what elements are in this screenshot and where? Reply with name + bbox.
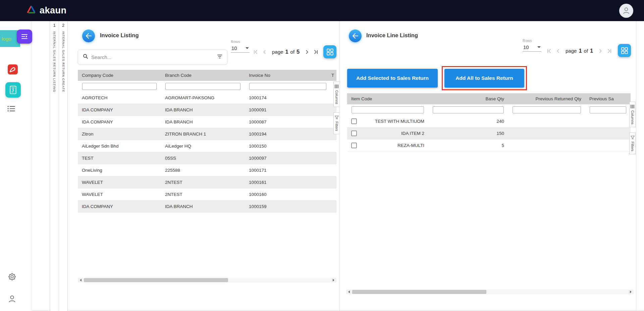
- rows-per-page-select[interactable]: 10: [523, 43, 541, 52]
- row-checkbox[interactable]: [351, 118, 357, 124]
- cell-branch-code: AGROMART-PAKSONG: [161, 95, 245, 100]
- row-checkbox[interactable]: [351, 131, 357, 136]
- user-avatar[interactable]: [619, 4, 633, 18]
- table-row[interactable]: OneLiving 225588 1000171: [78, 164, 336, 176]
- grid-view-button[interactable]: [323, 45, 336, 58]
- scroll-right-icon[interactable]: [331, 278, 336, 282]
- table-row[interactable]: Zitron ZITRON BRANCH 1 1000194: [78, 128, 336, 140]
- topbar: akaun: [0, 0, 644, 21]
- filters-rail-tab[interactable]: Filters: [629, 133, 636, 154]
- rows-label: Rows: [523, 39, 543, 43]
- last-page-icon[interactable]: [607, 49, 612, 53]
- brand: akaun: [26, 5, 67, 16]
- col-header-previous-returned-qty[interactable]: Previous Returned Qty: [508, 96, 585, 101]
- table-row[interactable]: WAVELET 2NTEST 1000160: [78, 189, 336, 201]
- filter-input-company-code[interactable]: [82, 83, 157, 90]
- filter-input-branch-code[interactable]: [165, 83, 240, 90]
- page-word: page: [566, 48, 577, 54]
- next-page-icon[interactable]: [598, 49, 603, 53]
- current-page: 1: [579, 48, 582, 54]
- rows-per-page-select[interactable]: 10: [231, 44, 250, 53]
- cell-branch-code: IDA BRANCH: [161, 119, 245, 124]
- tab-internal-sales-return-listing[interactable]: 1 INTERNAL SALES RETURN LISTING: [50, 21, 59, 311]
- filter-list-icon[interactable]: [217, 54, 222, 60]
- search-input[interactable]: [91, 54, 214, 60]
- filters-rail-tab[interactable]: Filters: [333, 112, 340, 134]
- filter-input-previous-sales[interactable]: [590, 106, 626, 113]
- funnel-icon: [631, 136, 635, 140]
- filter-input-item-code[interactable]: [352, 106, 424, 113]
- cell-invoice-no: 1000171: [245, 168, 331, 173]
- table-row[interactable]: IDA COMPANY IDA BRANCH 1000091: [78, 104, 336, 116]
- settings-button[interactable]: [7, 272, 17, 281]
- columns-rail-tab[interactable]: Columns: [629, 102, 636, 127]
- filter-input-previous-returned-qty[interactable]: [513, 106, 581, 113]
- cell-branch-code: 2NTEST: [161, 180, 245, 185]
- filters-rail-label: Filters: [631, 142, 635, 151]
- columns-icon: [631, 105, 634, 108]
- sidebar-item-sales-module[interactable]: $: [5, 82, 21, 98]
- scroll-left-icon[interactable]: [78, 278, 83, 282]
- col-header-invoice-no[interactable]: Invoice No: [245, 73, 331, 78]
- table-row[interactable]: WAVELET 2NTEST 1000161: [78, 176, 336, 189]
- add-selected-to-sales-return-button[interactable]: Add Selected to Sales Return: [347, 69, 438, 88]
- scrollbar-thumb[interactable]: [84, 278, 228, 282]
- search-bar: [78, 50, 227, 64]
- table-row[interactable]: TEST WITH MULTIUOM 240: [347, 115, 631, 127]
- table-row[interactable]: IDA ITEM 2 150: [347, 127, 631, 140]
- scrollbar-thumb[interactable]: [352, 290, 486, 294]
- col-header-company-code[interactable]: Company Code: [78, 73, 161, 78]
- table-row[interactable]: IDA COMPANY IDA BRANCH 1000087: [78, 116, 336, 128]
- col-header-base-qty[interactable]: Base Qty: [428, 96, 508, 101]
- filter-input-base-qty[interactable]: [433, 106, 504, 113]
- sidebar-item-red-app[interactable]: [7, 64, 18, 75]
- add-all-to-sales-return-button[interactable]: Add All to Sales Return: [444, 69, 524, 88]
- cell-invoice-no: 1000097: [245, 156, 331, 161]
- columns-rail-label: Columns: [335, 90, 339, 104]
- cell-base-qty: 240: [428, 119, 508, 124]
- cell-company-code: Zitron: [78, 132, 161, 137]
- list-icon: [7, 106, 15, 112]
- of-word: of: [584, 48, 588, 54]
- col-header-previous-sales-clipped[interactable]: Previous Sa: [585, 96, 631, 101]
- filter-input-invoice-no[interactable]: [249, 83, 326, 90]
- cell-company-code: AGROTECH: [78, 95, 161, 100]
- table-row[interactable]: AGROTECH AGROMART-PAKSONG 1000174: [78, 92, 336, 104]
- table-row[interactable]: REZA-MULTI 5: [347, 140, 631, 152]
- page-title: Invoice Line Listing: [366, 32, 418, 39]
- table-row[interactable]: AiLedger Sdn Bhd AiLedger HQ 1000150: [78, 140, 336, 152]
- columns-rail-tab[interactable]: Columns: [333, 82, 340, 107]
- back-button[interactable]: [349, 30, 362, 42]
- tab-number: 1: [53, 23, 55, 28]
- person-icon: [622, 6, 631, 15]
- arrow-left-icon: [86, 33, 92, 39]
- total-pages: 5: [297, 49, 300, 55]
- first-page-icon[interactable]: [547, 49, 551, 53]
- svg-text:$: $: [12, 88, 14, 92]
- previous-page-icon[interactable]: [556, 49, 560, 53]
- next-page-icon[interactable]: [305, 50, 309, 54]
- tab-label: INTERNAL SALES RETURN LISTING: [53, 31, 56, 92]
- back-button[interactable]: [82, 30, 95, 42]
- table-row[interactable]: IDA COMPANY IDA BRANCH 1000159: [78, 201, 336, 213]
- col-header-branch-code[interactable]: Branch Code: [161, 73, 245, 78]
- sidebar-item-list[interactable]: [7, 106, 15, 112]
- grid-view-button[interactable]: [618, 44, 631, 57]
- col-header-clipped[interactable]: T: [331, 73, 336, 78]
- horizontal-scrollbar[interactable]: [346, 290, 634, 294]
- sidebar-toggle-button[interactable]: [17, 30, 32, 44]
- invoice-line-listing-panel: Invoice Line Listing Rows 10 page 1 of 1: [345, 21, 636, 311]
- col-header-item-code[interactable]: Item Code: [347, 96, 428, 101]
- table-row[interactable]: TEST 05SS 1000097: [78, 152, 336, 164]
- horizontal-scrollbar[interactable]: [78, 278, 336, 282]
- rows-per-page-control: Rows 10: [231, 40, 251, 53]
- previous-page-icon[interactable]: [262, 50, 267, 54]
- scroll-left-icon[interactable]: [346, 290, 351, 294]
- tab-internal-sales-return-create[interactable]: 2 INTERNAL SALES RETURN CREATE: [59, 21, 68, 311]
- cell-invoice-no: 1000091: [245, 107, 331, 112]
- first-page-icon[interactable]: [253, 50, 258, 54]
- last-page-icon[interactable]: [314, 50, 318, 54]
- scroll-right-icon[interactable]: [629, 290, 634, 294]
- profile-button[interactable]: [7, 294, 17, 304]
- row-checkbox[interactable]: [351, 143, 357, 148]
